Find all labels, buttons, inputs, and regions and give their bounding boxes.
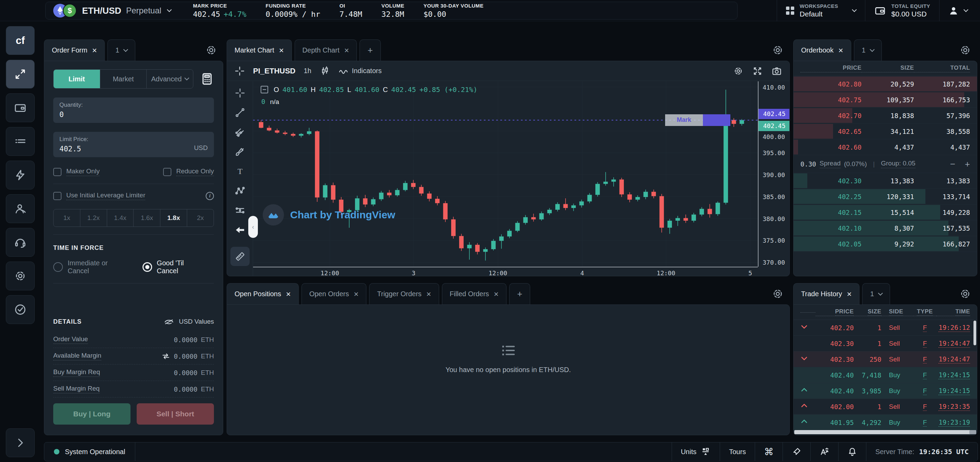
col-size[interactable]: SIZE <box>868 308 881 316</box>
tab-depth-chart[interactable]: Depth Chart × <box>294 40 357 61</box>
orderbook-row[interactable]: 402.1515,514149,228 <box>794 205 977 221</box>
buy-long-button[interactable]: Buy | Long <box>53 403 130 425</box>
close-icon[interactable]: × <box>354 290 358 298</box>
leverage-option-1.2x[interactable]: 1.2x <box>80 210 107 227</box>
close-icon[interactable]: × <box>838 46 843 55</box>
pair-chevron-down-icon[interactable] <box>167 7 172 12</box>
type-flag[interactable]: F <box>923 403 927 411</box>
projection-tool-icon[interactable] <box>234 205 245 216</box>
trendline-tool-icon[interactable] <box>234 107 245 118</box>
type-flag[interactable]: F <box>923 387 927 395</box>
pair-name[interactable]: ETH/USD <box>82 5 121 16</box>
orderbook-row[interactable]: 402.75109,357166,753 <box>794 92 977 108</box>
details-label[interactable]: Buy Margin Req <box>53 368 100 377</box>
chart-settings-gear-icon[interactable] <box>733 66 743 76</box>
trade-history-settings-button[interactable] <box>959 288 971 300</box>
reduce-only-checkbox[interactable]: Reduce Only <box>163 168 214 176</box>
fullscreen-icon[interactable] <box>752 66 763 76</box>
orderbook-row[interactable]: 402.059,292166,827 <box>794 236 977 252</box>
text-tool-icon[interactable]: T <box>234 166 245 177</box>
leverage-limiter-checkbox[interactable]: Use Initial Leverage Limiter i <box>53 192 214 200</box>
chart-plot[interactable]: O401.60 H402.85 L401.60 C402.45 +0.85 (+… <box>253 81 758 267</box>
units-button[interactable]: Units <box>671 443 720 461</box>
add-chart-tab-button[interactable]: + <box>360 40 380 61</box>
col-time[interactable]: TIME <box>955 308 970 316</box>
trade-history-count-tab[interactable]: 1 <box>862 283 890 305</box>
trade-row[interactable]: 402.001SellF19:23:35 <box>794 399 977 414</box>
details-label[interactable]: Sell Margin Req <box>53 385 100 393</box>
candles-icon[interactable] <box>320 66 330 76</box>
vertical-scrollbar[interactable] <box>974 321 976 345</box>
close-icon[interactable]: × <box>494 290 499 298</box>
system-status[interactable]: System Operational <box>44 443 135 461</box>
close-icon[interactable]: × <box>344 46 349 55</box>
time-axis[interactable]: 12:00312:00412:005 <box>253 267 758 276</box>
sidebar-item-trade[interactable] <box>6 60 35 89</box>
orderbook-row[interactable]: 402.8020,529187,282 <box>794 76 977 92</box>
price-axis[interactable]: 410.00400.00395.00390.00385.00380.00375.… <box>758 81 789 267</box>
trade-row[interactable]: 402.301SellF19:24:47 <box>794 336 977 351</box>
sell-short-button[interactable]: Sell | Short <box>137 403 214 425</box>
indicators-button[interactable]: Indicators <box>338 66 382 76</box>
details-label[interactable]: Available Margin <box>53 352 101 360</box>
col-size[interactable]: SIZE <box>862 65 914 72</box>
leverage-option-1.8x[interactable]: 1.8x <box>161 210 187 227</box>
orderbook-count-tab[interactable]: 1 <box>854 40 882 61</box>
sidebar-expand-button[interactable] <box>6 429 35 457</box>
close-icon[interactable]: × <box>847 290 851 298</box>
back-arrow-icon[interactable] <box>234 224 245 235</box>
shortcuts-button[interactable]: ⌘ <box>755 443 783 461</box>
trade-row[interactable]: 402.30250SellF19:24:47 <box>794 351 977 367</box>
trade-row[interactable]: 402.407,418BuyF19:24:15 <box>794 367 977 383</box>
order-form-settings-button[interactable] <box>205 44 217 56</box>
type-flag[interactable]: F <box>923 324 927 332</box>
group-decrease-button[interactable]: − <box>950 160 955 168</box>
col-total[interactable]: TOTAL <box>914 65 970 72</box>
col-type[interactable]: TYPE <box>917 308 932 316</box>
limit-price-field[interactable]: Limit Price: 402.5 USD <box>53 132 214 157</box>
sidebar-item-logo[interactable]: cf <box>6 26 35 55</box>
orderbook-row[interactable]: 402.25120,331133,714 <box>794 189 977 205</box>
col-side[interactable]: SIDE <box>889 308 904 316</box>
tif-option[interactable]: Immediate or Cancel <box>53 259 125 275</box>
brush-tool-icon[interactable] <box>234 146 245 157</box>
type-flag[interactable]: F <box>923 356 927 364</box>
chart-symbol[interactable]: PI_ETHUSD <box>253 67 295 76</box>
legend-toggle-icon[interactable] <box>261 86 268 94</box>
tab-filled-orders[interactable]: Filled Orders× <box>442 283 507 305</box>
trade-row[interactable]: 401.954,292BuyF19:23:19 <box>794 414 977 430</box>
close-icon[interactable]: × <box>279 46 284 55</box>
sidebar-item-referrals[interactable] <box>6 194 35 223</box>
tab-advanced[interactable]: Advanced <box>146 70 193 88</box>
tours-button[interactable]: Tours <box>720 443 755 461</box>
workspaces-selector[interactable]: WORKSPACES Default <box>777 0 865 21</box>
notifications-button[interactable] <box>838 443 866 461</box>
tab-order-form[interactable]: Order Form × <box>44 40 105 61</box>
close-icon[interactable]: × <box>92 46 97 55</box>
orderbook-row[interactable]: 402.6534,12138,558 <box>794 124 977 139</box>
type-flag[interactable]: F <box>923 419 927 427</box>
trade-row[interactable]: 402.201SellF19:26:12 <box>794 320 977 336</box>
group-label[interactable]: Group: 0.05 <box>881 160 915 168</box>
sidebar-item-settings[interactable] <box>6 262 35 291</box>
camera-icon[interactable] <box>772 66 782 76</box>
trade-row[interactable]: 402.403,985BuyF19:24:15 <box>794 383 977 399</box>
sidebar-item-orders[interactable] <box>6 127 35 156</box>
maker-only-checkbox[interactable]: Maker Only <box>53 168 100 176</box>
tab-market-chart[interactable]: Market Chart × <box>227 40 292 61</box>
order-form-count-tab[interactable]: 1 <box>108 40 135 61</box>
tab-trigger-orders[interactable]: Trigger Orders× <box>369 283 439 305</box>
language-button[interactable] <box>810 443 838 461</box>
type-flag[interactable]: F <box>923 372 927 379</box>
account-menu[interactable] <box>939 0 977 21</box>
close-icon[interactable]: × <box>286 290 291 298</box>
type-flag[interactable]: F <box>923 340 927 348</box>
details-label[interactable]: Order Value <box>53 335 88 344</box>
tab-market[interactable]: Market <box>100 70 147 88</box>
swap-icon[interactable] <box>161 352 170 361</box>
tab-limit[interactable]: Limit <box>54 70 100 88</box>
orderbook-row[interactable]: 402.108,307157,535 <box>794 221 977 236</box>
leverage-option-1.6x[interactable]: 1.6x <box>134 210 161 227</box>
orderbook-row[interactable]: 402.7018,83857,396 <box>794 108 977 124</box>
tab-orderbook[interactable]: Orderbook × <box>793 40 851 61</box>
